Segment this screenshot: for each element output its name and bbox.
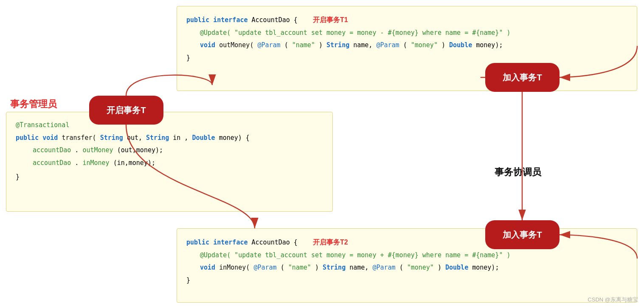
left-method: transfer( (62, 134, 96, 142)
left-string-param2: String (146, 134, 169, 142)
top-method: outMoney( (219, 41, 253, 49)
top-param2a: @Param (376, 41, 399, 49)
top-line1-interface: interface (213, 16, 247, 24)
top-type2: Double (449, 41, 472, 49)
bot-type1: String (323, 264, 346, 271)
top-close-brace: } (186, 53, 627, 64)
left-out-money: accountDao (33, 146, 71, 154)
top-param1a: @Param (257, 41, 280, 49)
bot-param2s: "money" (407, 264, 434, 271)
left-in-money: accountDao (33, 159, 71, 167)
badge-join-top: 加入事务T (485, 63, 560, 92)
bottom-code-box: public interface AccountDao { 开启事务T2 @Up… (177, 228, 637, 303)
bot-annotation: @Update( (200, 251, 231, 259)
top-type1: String (326, 41, 349, 49)
top-label-t1: 开启事务T1 (313, 16, 348, 23)
left-public: public (16, 134, 39, 142)
bot-label-t2: 开启事务T2 (313, 239, 348, 246)
bot-string: "update tbl_account set money = money + … (234, 251, 503, 259)
top-param1s: "name" (292, 41, 315, 49)
bot-type2: Double (445, 264, 468, 271)
bot-close-brace: } (186, 275, 627, 286)
bot-interface: interface (213, 239, 247, 246)
left-close-brace: } (16, 172, 323, 183)
label-manager: 事务管理员 (10, 98, 57, 111)
left-code-box: @Transactional public void transfer( Str… (6, 112, 333, 212)
bot-method: inMoney( (219, 264, 250, 271)
top-string: "update tbl_account set money = money - … (234, 29, 503, 37)
top-line1-public: public (186, 16, 209, 24)
left-annotation: @Transactional (16, 121, 69, 129)
top-close: ) (506, 29, 510, 37)
bot-param1a: @Param (253, 264, 276, 271)
left-double-param: Double (192, 134, 215, 142)
top-code-box: public interface AccountDao { 开启事务T1 @Up… (177, 6, 637, 91)
bot-void: void (200, 264, 215, 271)
left-void: void (42, 134, 58, 142)
diagram-container: public interface AccountDao { 开启事务T1 @Up… (0, 0, 644, 307)
left-string-param: String (100, 134, 123, 142)
bot-public: public (186, 239, 209, 246)
left-out-money-method: outMoney (82, 146, 113, 154)
top-void: void (200, 41, 215, 49)
top-annotation: @Update( (200, 29, 231, 37)
bot-close: ) (506, 251, 510, 259)
badge-join-bottom: 加入事务T (485, 220, 560, 249)
label-coordinator: 事务协调员 (495, 166, 541, 179)
badge-start-t: 开启事务T (89, 96, 163, 125)
watermark: CSDN @东离与糖宝 (588, 296, 638, 304)
bot-param1s: "name" (288, 264, 311, 271)
top-param2s: "money" (411, 41, 438, 49)
bot-param2a: @Param (372, 264, 395, 271)
left-in-money-method: inMoney (82, 159, 109, 167)
